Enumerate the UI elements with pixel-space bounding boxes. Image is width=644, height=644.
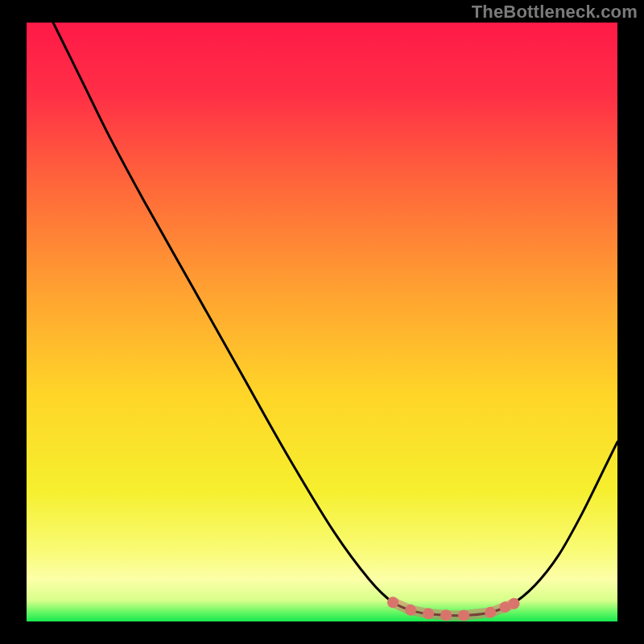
optimal-marker (440, 609, 452, 621)
optimal-marker (387, 597, 398, 608)
watermark-text: TheBottleneck.com (472, 2, 638, 23)
optimal-marker (458, 610, 469, 621)
chart-frame: TheBottleneck.com (0, 0, 644, 644)
optimal-marker (405, 605, 416, 616)
optimal-marker (485, 607, 496, 618)
optimal-marker (509, 598, 520, 609)
gradient-background (27, 23, 617, 621)
optimal-marker (423, 608, 434, 619)
plot-area (27, 23, 617, 621)
bottleneck-curve-chart (27, 23, 617, 621)
